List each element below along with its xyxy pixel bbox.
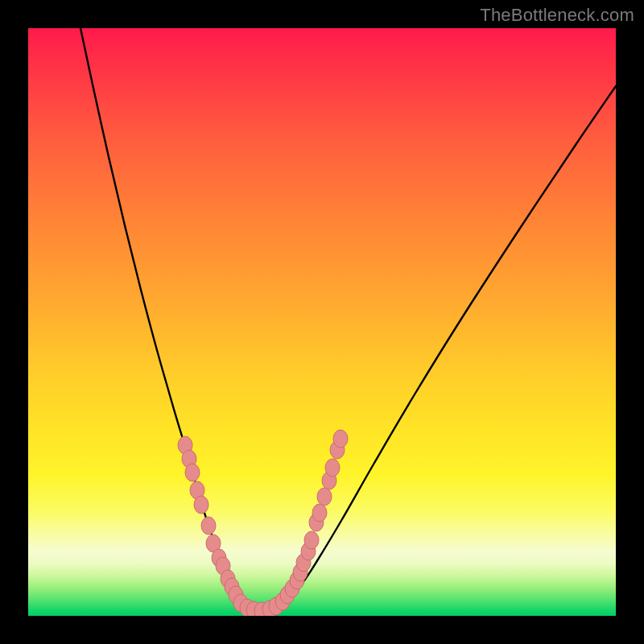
data-marker: [325, 459, 340, 477]
data-marker: [304, 531, 319, 549]
data-marker: [333, 430, 348, 448]
data-marker: [312, 504, 327, 522]
v-curve: [80, 28, 616, 611]
chart-svg: [28, 28, 616, 616]
data-marker: [201, 517, 216, 535]
watermark-text: TheBottleneck.com: [480, 5, 634, 26]
data-marker: [317, 488, 332, 506]
marker-group: [178, 430, 348, 616]
data-marker: [194, 496, 208, 514]
chart-frame: TheBottleneck.com: [0, 0, 644, 644]
plot-area: [28, 28, 616, 616]
data-marker: [185, 464, 200, 481]
